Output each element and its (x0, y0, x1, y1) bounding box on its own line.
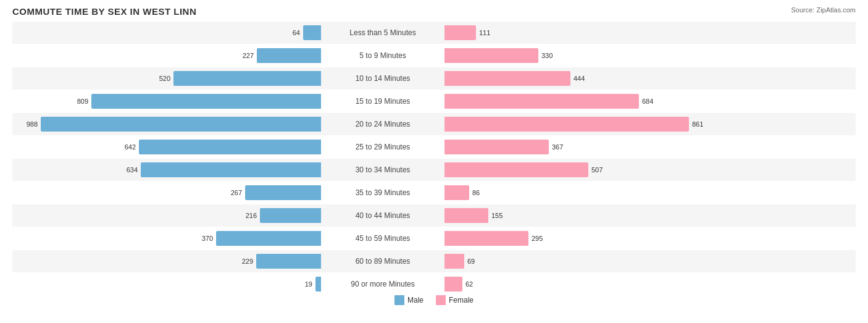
female-legend-box (436, 295, 446, 305)
left-section: 634 (12, 159, 321, 181)
table-row: 19 90 or more Minutes 62 (12, 273, 856, 295)
table-row: 809 15 to 19 Minutes 684 (12, 90, 856, 112)
male-bar: 227 (257, 48, 321, 63)
male-bar: 988 (41, 117, 321, 132)
male-value: 19 (294, 280, 312, 288)
male-bar: 520 (173, 71, 321, 86)
legend: Male Female (12, 295, 856, 305)
male-value: 520 (152, 75, 170, 82)
category-label: 5 to 9 Minutes (321, 51, 444, 60)
category-label: 45 to 59 Minutes (321, 234, 444, 243)
right-section: 330 (444, 44, 753, 67)
right-section: 86 (444, 182, 753, 204)
male-bar: 229 (256, 254, 321, 269)
female-value: 86 (472, 189, 491, 196)
category-label: 90 or more Minutes (321, 280, 444, 288)
female-bar: 69 (444, 254, 464, 269)
male-value: 642 (117, 143, 136, 151)
male-value: 64 (282, 29, 300, 36)
male-value: 227 (235, 52, 254, 59)
table-row: 267 35 to 39 Minutes 86 (12, 182, 856, 204)
table-row: 642 25 to 29 Minutes 367 (12, 136, 856, 158)
female-value: 330 (541, 52, 560, 59)
male-bar: 267 (245, 185, 321, 200)
table-row: 370 45 to 59 Minutes 295 (12, 227, 856, 250)
category-label: 30 to 34 Minutes (321, 166, 444, 174)
female-bar: 62 (444, 277, 462, 292)
right-section: 62 (444, 273, 753, 295)
male-value: 216 (238, 212, 257, 219)
right-section: 69 (444, 250, 753, 272)
female-value: 155 (491, 212, 510, 219)
female-bar: 367 (444, 140, 549, 154)
female-legend-label: Female (449, 296, 474, 304)
left-section: 216 (12, 204, 321, 227)
male-value: 988 (19, 120, 38, 128)
female-value: 684 (642, 98, 661, 105)
right-section: 684 (444, 90, 753, 112)
left-section: 19 (12, 273, 321, 295)
male-legend-box (394, 295, 404, 305)
male-bar: 370 (216, 231, 321, 246)
male-bar: 216 (260, 208, 321, 223)
female-bar: 861 (444, 117, 689, 132)
female-value: 444 (574, 75, 592, 82)
female-bar: 111 (444, 25, 476, 40)
right-section: 507 (444, 159, 753, 181)
male-value: 809 (70, 98, 88, 105)
chart-title: COMMUTE TIME BY SEX IN WEST LINN (12, 6, 856, 17)
left-section: 370 (12, 227, 321, 250)
female-value: 69 (467, 258, 486, 265)
female-value: 367 (552, 143, 570, 151)
category-label: Less than 5 Minutes (321, 28, 444, 37)
female-value: 62 (465, 280, 484, 288)
left-section: 267 (12, 182, 321, 204)
category-label: 20 to 24 Minutes (321, 120, 444, 128)
male-legend-label: Male (407, 296, 424, 304)
table-row: 229 60 to 89 Minutes 69 (12, 250, 856, 272)
table-row: 216 40 to 44 Minutes 155 (12, 204, 856, 227)
female-value: 861 (692, 120, 711, 128)
female-bar: 330 (444, 48, 538, 63)
category-label: 35 to 39 Minutes (321, 188, 444, 197)
right-section: 155 (444, 204, 753, 227)
category-label: 60 to 89 Minutes (321, 257, 444, 266)
right-section: 861 (444, 113, 753, 135)
male-bar: 64 (303, 25, 321, 40)
female-value: 111 (479, 29, 498, 36)
male-value: 370 (194, 235, 213, 242)
table-row: 634 30 to 34 Minutes 507 (12, 159, 856, 181)
right-section: 111 (444, 22, 753, 44)
table-row: 64 Less than 5 Minutes 111 (12, 22, 856, 44)
male-bar: 642 (139, 140, 321, 154)
left-section: 64 (12, 22, 321, 44)
legend-item-male: Male (394, 295, 424, 305)
source-text: Source: ZipAtlas.com (791, 6, 856, 14)
female-bar: 155 (444, 208, 488, 223)
male-value: 229 (235, 258, 253, 265)
female-bar: 507 (444, 162, 588, 177)
right-section: 367 (444, 136, 753, 158)
table-row: 227 5 to 9 Minutes 330 (12, 44, 856, 67)
female-value: 507 (591, 166, 610, 174)
male-bar: 634 (141, 162, 321, 177)
category-label: 15 to 19 Minutes (321, 97, 444, 106)
chart-area: 64 Less than 5 Minutes 111 227 5 to 9 Mi… (12, 22, 856, 281)
right-section: 444 (444, 67, 753, 90)
table-row: 988 20 to 24 Minutes 861 (12, 113, 856, 135)
category-label: 40 to 44 Minutes (321, 211, 444, 220)
legend-item-female: Female (436, 295, 474, 305)
female-bar: 684 (444, 94, 639, 109)
male-bar: 19 (315, 277, 321, 292)
left-section: 229 (12, 250, 321, 272)
left-section: 520 (12, 67, 321, 90)
female-bar: 444 (444, 71, 570, 86)
left-section: 988 (12, 113, 321, 135)
left-section: 227 (12, 44, 321, 67)
male-value: 267 (223, 189, 242, 196)
female-bar: 86 (444, 185, 469, 200)
male-bar: 809 (91, 94, 321, 109)
male-value: 634 (119, 166, 138, 174)
female-bar: 295 (444, 231, 528, 246)
right-section: 295 (444, 227, 753, 250)
